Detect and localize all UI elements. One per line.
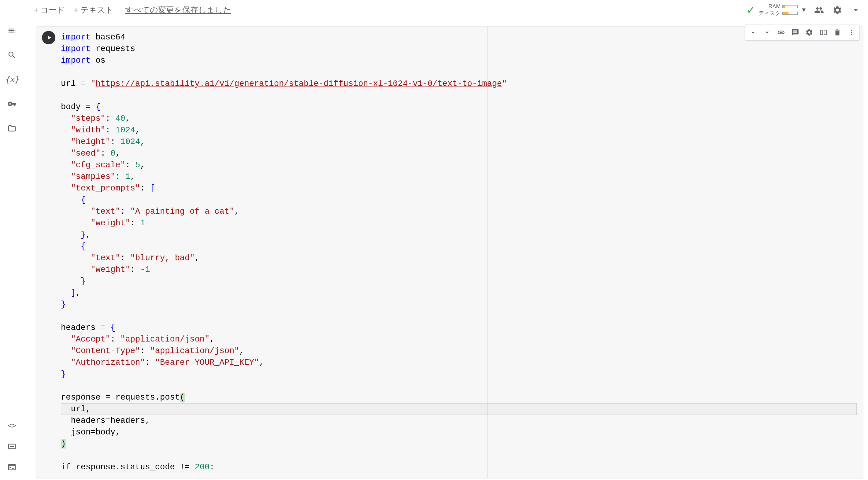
code-line[interactable]: "Accept": "application/json",: [61, 333, 857, 345]
code-line[interactable]: body = {: [61, 101, 857, 113]
move-down-button[interactable]: [760, 26, 774, 39]
svg-rect-3: [824, 30, 827, 35]
move-up-button[interactable]: [746, 26, 760, 39]
code-line[interactable]: [61, 380, 857, 392]
code-line[interactable]: url,: [61, 403, 857, 415]
sidebar-bottom: <>: [5, 419, 19, 474]
cell-editor[interactable]: import base64import requestsimport osurl…: [61, 27, 863, 478]
code-line[interactable]: }: [61, 369, 857, 380]
code-line[interactable]: }: [61, 299, 857, 310]
delete-button[interactable]: [831, 26, 844, 39]
code-line[interactable]: "steps": 40,: [61, 113, 857, 124]
code-line[interactable]: "Authorization": "Bearer YOUR_API_KEY",: [61, 357, 857, 369]
code-button-label: コード: [40, 5, 65, 15]
ram-label: RAM: [768, 3, 780, 10]
main-area: {x} <>: [0, 20, 868, 480]
code-line[interactable]: [61, 450, 857, 461]
code-line[interactable]: url = "https://api.stability.ai/v1/gener…: [61, 78, 857, 90]
code-cell[interactable]: import base64import requestsimport osurl…: [36, 26, 863, 478]
code-line[interactable]: [61, 66, 857, 78]
code-line[interactable]: ): [61, 438, 857, 450]
code-line[interactable]: "width": 1024,: [61, 124, 857, 136]
folder-icon[interactable]: [5, 122, 19, 135]
code-line[interactable]: },: [61, 229, 857, 241]
code-line[interactable]: json=body,: [61, 426, 857, 438]
key-icon[interactable]: [5, 97, 19, 111]
code-line[interactable]: "weight": -1: [61, 264, 857, 276]
ram-disk-indicator: RAM ディスク: [758, 3, 798, 17]
more-icon[interactable]: [845, 26, 858, 39]
code-line[interactable]: "height": 1024,: [61, 136, 857, 148]
run-button[interactable]: [42, 31, 55, 44]
add-code-button[interactable]: + コード: [31, 3, 68, 17]
svg-rect-2: [820, 30, 823, 35]
cell-toolbar: [745, 24, 860, 41]
code-line[interactable]: "Content-Type": "application/json",: [61, 345, 857, 357]
code-line[interactable]: "weight": 1: [61, 217, 857, 229]
plus-icon: +: [73, 6, 78, 14]
cell-gutter: [36, 27, 61, 478]
mirror-button[interactable]: [817, 26, 830, 39]
topbar-left: + コード + テキスト すべての変更を保存しました: [31, 3, 231, 17]
code-line[interactable]: if response.status_code != 200:: [61, 461, 857, 473]
code-line[interactable]: response = requests.post(: [61, 392, 857, 403]
code-line[interactable]: {: [61, 241, 857, 252]
code-line[interactable]: import os: [61, 55, 857, 66]
code-line[interactable]: [61, 90, 857, 101]
code-line[interactable]: import base64: [61, 31, 857, 43]
code-snippets-icon[interactable]: <>: [5, 419, 19, 432]
gear-icon[interactable]: [831, 4, 843, 16]
search-icon[interactable]: [5, 48, 19, 62]
comment-button[interactable]: [788, 26, 802, 39]
code-line[interactable]: {: [61, 194, 857, 206]
code-line[interactable]: headers = {: [61, 322, 857, 333]
code-line[interactable]: ],: [61, 287, 857, 299]
topbar: + コード + テキスト すべての変更を保存しました ✓ RAM ディスク ▼: [0, 0, 868, 20]
save-status[interactable]: すべての変更を保存しました: [125, 5, 231, 15]
chevron-down-icon[interactable]: [850, 4, 862, 16]
code-line[interactable]: "text_prompts": [: [61, 183, 857, 194]
add-text-button[interactable]: + テキスト: [70, 3, 116, 17]
command-palette-icon[interactable]: [5, 440, 19, 453]
code-line[interactable]: "samples": 1,: [61, 171, 857, 183]
plus-icon: +: [34, 6, 38, 14]
code-line[interactable]: [61, 310, 857, 322]
connection-status[interactable]: ✓ RAM ディスク ▼: [746, 3, 807, 17]
code-content[interactable]: import base64import requestsimport osurl…: [61, 31, 857, 473]
topbar-right: ✓ RAM ディスク ▼: [746, 3, 862, 17]
disk-usage-bar: [782, 11, 798, 15]
code-line[interactable]: }: [61, 276, 857, 287]
variables-icon[interactable]: {x}: [5, 73, 19, 86]
link-button[interactable]: [774, 26, 788, 39]
code-line[interactable]: "text": "blurry, bad",: [61, 252, 857, 264]
ram-usage-bar: [782, 5, 798, 8]
share-icon[interactable]: [813, 4, 825, 16]
code-line[interactable]: import requests: [61, 43, 857, 55]
disk-label: ディスク: [758, 10, 780, 17]
table-of-contents-icon[interactable]: [5, 24, 19, 37]
left-sidebar: {x} <>: [0, 20, 24, 480]
content-area: import base64import requestsimport osurl…: [24, 20, 868, 480]
text-button-label: テキスト: [81, 5, 114, 15]
code-line[interactable]: "text": "A painting of a cat",: [61, 206, 857, 217]
code-line[interactable]: "seed": 0,: [61, 148, 857, 159]
check-icon: ✓: [746, 4, 755, 17]
terminal-icon[interactable]: [5, 460, 19, 474]
code-line[interactable]: headers=headers,: [61, 415, 857, 426]
chevron-down-icon[interactable]: ▼: [801, 6, 807, 13]
gear-icon[interactable]: [803, 26, 816, 39]
code-line[interactable]: "cfg_scale": 5,: [61, 159, 857, 171]
